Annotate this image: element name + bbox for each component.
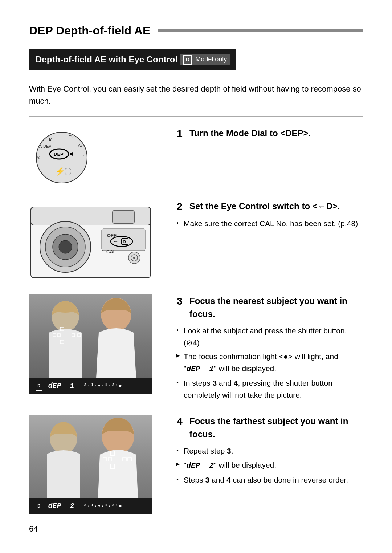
svg-text:←: ←	[113, 239, 118, 244]
step-4-heading-text: Focus the farthest subject you want in f…	[189, 415, 363, 441]
step-4-bullet-3: Steps 3 and 4 can also be done in revers…	[176, 474, 363, 486]
page-title: DEP Depth-of-field AE	[29, 22, 150, 39]
section-header-container: Depth-of-field AE with Eye Control D Mod…	[29, 49, 363, 76]
step-2-right: 2 Set the Eye Control switch to <←D>. Ma…	[173, 200, 363, 232]
model-label: Model only	[195, 56, 227, 63]
step-1-row: M Tv Av P A-DEP ⚙ DEP ⚡ ⛶	[29, 127, 363, 188]
photo-scene-1	[29, 294, 152, 378]
step-4-right: 4 Focus the farthest subject you want in…	[173, 415, 363, 488]
step-3-bullet-3: In steps 3 and 4, pressing the shutter b…	[176, 377, 363, 401]
section-header: Depth-of-field AE with Eye Control D Mod…	[29, 49, 236, 70]
step-2-left: OFF ← D CAL	[29, 200, 160, 283]
svg-text:CAL: CAL	[106, 249, 116, 255]
step-2-heading-text: Set the Eye Control switch to <←D>.	[189, 200, 340, 213]
display-dep-1: dEP 1	[48, 381, 74, 391]
step-1-number: 1	[173, 127, 187, 141]
svg-text:⚙: ⚙	[37, 155, 41, 159]
step-1-left: M Tv Av P A-DEP ⚙ DEP ⚡ ⛶	[29, 127, 160, 188]
section-title-text: Depth-of-field AE with Eye Control	[36, 53, 177, 66]
display-bar-1: D dEP 1 ⁻²·¹·▾·¹·²⁺●	[29, 378, 152, 394]
step-1-heading: 1 Turn the Mode Dial to <DEP>.	[173, 127, 363, 141]
step-1-right: 1 Turn the Mode Dial to <DEP>.	[173, 127, 363, 145]
model-badge: D Model only	[180, 54, 230, 65]
model-icon: D	[183, 55, 192, 65]
display-scale-1: ⁻²·¹·▾·¹·²⁺●	[80, 382, 122, 390]
mode-dial-illustration: M Tv Av P A-DEP ⚙ DEP ⚡ ⛶	[29, 127, 102, 185]
step-2-heading: 2 Set the Eye Control switch to <←D>.	[173, 200, 363, 214]
step-4-bullet-1: Repeat step 3.	[176, 445, 363, 457]
camera-body-illustration: OFF ← D CAL	[29, 200, 152, 280]
svg-text:⚡: ⚡	[55, 166, 65, 176]
step-4-row: D dEP 2 ⁻²·¹·▾·¹·²⁺● 4 Focus the farthes…	[29, 415, 363, 514]
step-3-number: 3	[173, 294, 187, 308]
svg-text:Av: Av	[78, 143, 83, 147]
step-3-left: D dEP 1 ⁻²·¹·▾·¹·²⁺●	[29, 294, 160, 394]
step-4-left: D dEP 2 ⁻²·¹·▾·¹·²⁺●	[29, 415, 160, 514]
content-area: M Tv Av P A-DEP ⚙ DEP ⚡ ⛶	[29, 127, 363, 526]
svg-text:DEP: DEP	[54, 151, 64, 157]
step-3-bullet-2: The focus confirmation light <●> will li…	[176, 351, 363, 375]
svg-text:Tv: Tv	[69, 135, 74, 139]
page-number: 64	[29, 523, 38, 535]
display-dep-2: dEP 2	[48, 501, 74, 512]
page-title-bar: DEP Depth-of-field AE	[29, 22, 363, 39]
step-4-heading: 4 Focus the farthest subject you want in…	[173, 415, 363, 441]
step-3-bullets: Look at the subject and press the shutte…	[173, 325, 363, 401]
svg-text:A-DEP: A-DEP	[39, 144, 52, 149]
display-icon-2: D	[36, 502, 42, 511]
step-3-heading-text: Focus the nearest subject you want in fo…	[189, 294, 363, 321]
svg-text:⛶: ⛶	[65, 168, 71, 175]
display-icon-1: D	[36, 382, 42, 391]
photo-scene-2	[29, 415, 152, 498]
step-3-bullet-1: Look at the subject and press the shutte…	[176, 325, 363, 349]
svg-text:M: M	[49, 137, 52, 141]
svg-point-17	[59, 240, 72, 253]
step-2-bullets: Make sure the correct CAL No. has been s…	[173, 218, 363, 230]
svg-text:D: D	[123, 239, 126, 244]
display-bar-2: D dEP 2 ⁻²·¹·▾·¹·²⁺●	[29, 498, 152, 514]
step-3-heading: 3 Focus the nearest subject you want in …	[173, 294, 363, 321]
svg-point-28	[133, 257, 135, 259]
step-3-row: D dEP 1 ⁻²·¹·▾·¹·²⁺● 3 Focus the nearest…	[29, 294, 363, 403]
step-4-bullet-2: "dEP 2" will be displayed.	[176, 459, 363, 472]
step-2-row: OFF ← D CAL 2 Set the Eye Control switch…	[29, 200, 363, 283]
display-scale-2: ⁻²·¹·▾·¹·²⁺●	[80, 502, 122, 511]
step-2-number: 2	[173, 200, 187, 214]
svg-rect-18	[113, 211, 134, 223]
intro-text: With Eye Control, you can easily set the…	[29, 83, 363, 107]
step-1-heading-text: Turn the Mode Dial to <DEP>.	[189, 127, 311, 140]
svg-text:P: P	[82, 154, 84, 158]
step-3-right: 3 Focus the nearest subject you want in …	[173, 294, 363, 403]
divider	[29, 116, 363, 117]
step-4-number: 4	[173, 415, 187, 428]
step-4-bullets: Repeat step 3. "dEP 2" will be displayed…	[173, 445, 363, 486]
step-2-bullet-1: Make sure the correct CAL No. has been s…	[176, 218, 363, 230]
